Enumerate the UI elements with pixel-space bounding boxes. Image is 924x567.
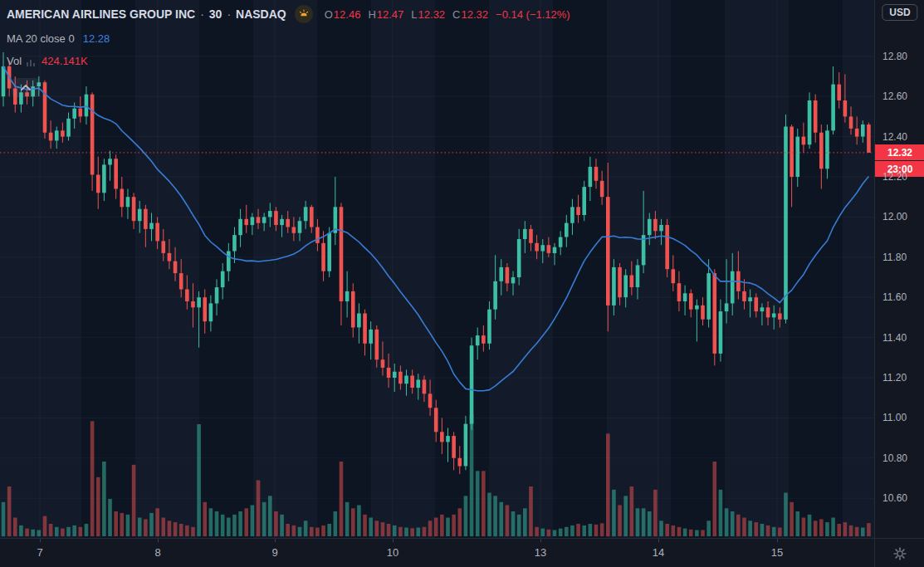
candle-body <box>404 376 408 384</box>
price-axis[interactable]: USD 12.32 23:00 12.8012.6012.4012.2012.0… <box>874 0 924 538</box>
candle-body <box>701 305 705 320</box>
candle-body <box>238 219 242 235</box>
volume-bar <box>731 511 735 536</box>
session-band <box>81 0 135 538</box>
symbol-header[interactable]: AMERICAN AIRLINES GROUP INC · 30 · NASDA… <box>7 5 570 23</box>
candle-body <box>251 217 255 225</box>
volume-bar <box>72 525 76 536</box>
symbol-name[interactable]: AMERICAN AIRLINES GROUP INC <box>7 7 195 21</box>
candle-body <box>731 271 735 304</box>
volume-bar <box>280 515 284 536</box>
candle-body <box>381 359 385 368</box>
volume-bar <box>630 486 634 536</box>
volume-bar <box>476 471 480 536</box>
candle-body <box>215 287 219 303</box>
time-tick-mark <box>393 539 394 542</box>
change-value: −0.14 (−1.12%) <box>496 8 570 21</box>
candle-body <box>315 227 320 243</box>
candle-body <box>493 281 497 310</box>
volume-bar <box>363 515 367 536</box>
currency-toggle-button[interactable]: USD <box>882 4 917 21</box>
candle-body <box>594 167 599 181</box>
volume-bar <box>612 490 616 536</box>
volume-bar <box>31 530 35 536</box>
volume-bar <box>553 530 557 537</box>
candle-body <box>553 247 557 253</box>
ma-indicator-row[interactable]: MA 20 close 0 12.28 <box>7 32 570 45</box>
candle-body <box>49 133 53 141</box>
volume-bar <box>511 511 516 536</box>
chevron-up-icon <box>21 85 31 90</box>
candlestick-chart[interactable] <box>0 0 874 538</box>
volume-bar <box>648 511 652 536</box>
candle-body <box>161 241 165 253</box>
volume-bar <box>179 524 183 536</box>
chart-pane[interactable] <box>0 0 874 538</box>
volume-bar <box>13 518 17 537</box>
candle-body <box>446 436 450 442</box>
volume-bar <box>345 502 350 536</box>
candle-body <box>837 85 841 100</box>
time-tick-label: 14 <box>653 546 664 559</box>
volume-bar <box>168 521 172 536</box>
volume-bar <box>191 527 195 536</box>
price-tick-label: 11.20 <box>882 372 907 384</box>
candle-body <box>114 159 118 188</box>
candle-body <box>713 273 717 354</box>
vol-label: Vol <box>7 55 22 67</box>
volume-bar <box>221 515 225 536</box>
candle-body <box>440 432 444 442</box>
sunrise-icon <box>298 8 310 20</box>
volume-bar <box>357 506 361 537</box>
vol-value: 424.141K <box>42 55 88 67</box>
chart-legend: AMERICAN AIRLINES GROUP INC · 30 · NASDA… <box>7 5 570 67</box>
volume-bar <box>636 508 640 536</box>
candle-body <box>393 372 397 378</box>
interval-label[interactable]: 30 <box>209 7 222 21</box>
volume-bar <box>719 490 723 536</box>
candle-body <box>683 293 687 301</box>
exchange-label[interactable]: NASDAQ <box>236 7 286 21</box>
price-tick-label: 12.40 <box>882 131 907 143</box>
volume-bar <box>203 502 207 536</box>
volume-bar <box>90 421 95 536</box>
candle-body <box>482 335 486 344</box>
candle-body <box>523 229 527 239</box>
volume-bar <box>292 525 296 536</box>
volume-bar <box>274 511 278 536</box>
candle-body <box>517 239 521 277</box>
time-tick-label: 10 <box>387 546 398 559</box>
volume-indicator-row[interactable]: Vol 424.141K <box>7 55 570 67</box>
candle-body <box>861 125 865 137</box>
legend-collapse-button[interactable] <box>12 78 40 97</box>
session-band <box>199 0 253 538</box>
volume-bar <box>689 530 693 536</box>
volume-bar <box>570 525 574 536</box>
volume-bar <box>428 521 433 536</box>
candle-body <box>506 267 510 283</box>
volume-bar <box>808 515 812 536</box>
low-value: L12.32 <box>411 8 445 21</box>
volume-bar <box>529 486 533 536</box>
candle-body <box>742 291 746 301</box>
settings-gear-icon[interactable] <box>892 546 907 561</box>
candle-body <box>535 243 539 252</box>
separator: · <box>227 7 231 21</box>
volume-bar <box>659 521 663 536</box>
time-axis[interactable]: 78910131415 <box>0 538 874 567</box>
candle-body <box>85 95 89 117</box>
volume-bar <box>197 424 201 536</box>
candle-body <box>606 197 610 305</box>
candle-body <box>179 273 183 289</box>
candle-body <box>286 219 290 227</box>
candle-body <box>262 217 266 222</box>
time-tick-mark <box>777 539 778 542</box>
candle-body <box>149 223 154 229</box>
candle-body <box>470 345 474 423</box>
volume-bar <box>706 521 711 536</box>
candle-body <box>748 297 752 301</box>
axis-settings-corner[interactable] <box>874 538 924 567</box>
candle-body <box>185 290 189 302</box>
candle-body <box>375 330 379 359</box>
time-tick-mark <box>40 539 41 542</box>
